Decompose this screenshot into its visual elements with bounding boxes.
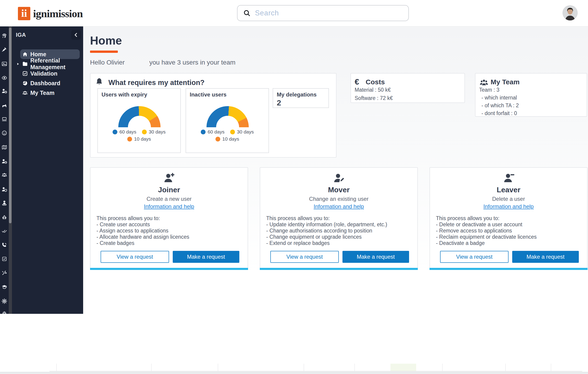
process-bullet: - Delete or deactivate a user account: [436, 222, 522, 228]
view-request-button[interactable]: View a request: [101, 251, 169, 263]
leaver-card: LeaverDelete a userInformation and helpT…: [430, 167, 588, 270]
gauge-legend: 60 days30 days10 days: [98, 129, 180, 142]
fingerprint-icon[interactable]: [1, 33, 7, 39]
top-header: ii ignimission: [0, 0, 588, 26]
user-clock-icon[interactable]: [1, 158, 7, 164]
sidebar-item-label: Home: [30, 51, 46, 58]
brand-logo-mark-text: ii: [21, 7, 27, 19]
sidebar-item-referential-management[interactable]: Referential Management: [20, 59, 80, 69]
gauge-legend: 60 days30 days10 days: [186, 129, 269, 142]
process-bullet: - Change authorisations according to pos…: [266, 228, 372, 234]
sidebar-collapse-button[interactable]: [71, 30, 81, 40]
brand-logo-mark: ii: [18, 7, 30, 20]
card-accent-strip: [260, 268, 418, 270]
user-pin-icon[interactable]: [1, 200, 7, 206]
page-title-underline: [90, 51, 118, 53]
make-request-button[interactable]: Make a request: [173, 251, 239, 263]
my-team-title: My Team: [491, 78, 520, 86]
dog-icon[interactable]: [1, 102, 7, 108]
process-bullet: - Remove access to applications: [436, 228, 512, 234]
graduation-icon[interactable]: [1, 284, 7, 290]
users-with-expiry-gauge: [118, 106, 160, 127]
search-input[interactable]: [254, 9, 408, 17]
process-bullet: - Deactivate a badge: [436, 240, 485, 246]
double-check-icon[interactable]: [1, 228, 7, 234]
process-bullet: - Update identity information (role, dep…: [266, 222, 387, 228]
inactive-users-card: Inactive users60 days30 days10 days: [186, 88, 269, 153]
users-with-expiry-card: Users with expiry60 days30 days10 days: [97, 88, 181, 153]
make-request-button[interactable]: Make a request: [342, 251, 409, 263]
folder-icon: [22, 61, 28, 67]
map-icon[interactable]: [1, 144, 7, 150]
basket-icon[interactable]: [1, 214, 7, 220]
legend-item: 60 days: [201, 129, 225, 135]
joiner-card: JoinerCreate a new userInformation and h…: [90, 167, 248, 270]
process-subtitle: Create a new user: [91, 196, 248, 202]
sidebar-item-my-team[interactable]: My Team: [20, 88, 80, 98]
page-title: Home: [90, 34, 122, 47]
process-bullet: - Change equipment or upgrade licences: [266, 234, 362, 240]
process-bullet: - Allocate hardware and assign licences: [96, 234, 189, 240]
gauge-card-title: Inactive users: [190, 91, 226, 98]
legend-item: 60 days: [113, 129, 136, 135]
process-bullet: - Reclaim equipment or deactivate licenc…: [436, 234, 536, 240]
tools-icon[interactable]: [1, 270, 7, 276]
chevron-left-icon: [73, 32, 79, 38]
costs-material-line: Material : 50 k€: [355, 87, 391, 93]
caret-right-icon[interactable]: [16, 62, 20, 66]
eye-icon[interactable]: [1, 75, 7, 81]
team-line: - of which TA : 2: [482, 102, 519, 109]
my-delegations-value: 2: [277, 98, 281, 107]
pie-icon: [22, 80, 28, 86]
search-bar[interactable]: [237, 5, 409, 21]
phone-icon[interactable]: [1, 242, 7, 248]
app-rail: [0, 26, 9, 314]
costs-title: Costs: [366, 78, 385, 86]
smiley-icon[interactable]: [1, 130, 7, 136]
pen-icon[interactable]: [1, 46, 7, 52]
users-icon: [22, 90, 28, 96]
legend-item: 10 days: [127, 136, 151, 142]
team-icon[interactable]: [1, 172, 7, 178]
view-request-button[interactable]: View a request: [440, 251, 509, 263]
sidebar-item-label: Dashboard: [30, 80, 60, 87]
inactive-users-gauge: [207, 106, 249, 127]
process-bullet: - Assign access to applications: [96, 228, 168, 234]
sidebar-item-label: My Team: [30, 90, 54, 96]
team-count-text: you have 3 users in your team: [149, 59, 235, 66]
process-intro: This process allows you to:: [436, 215, 499, 222]
laptop-icon[interactable]: [1, 116, 7, 122]
search-icon: [243, 9, 251, 17]
user-minus-icon: [502, 172, 515, 184]
process-title: Joiner: [91, 186, 248, 194]
rail-scrollbar-thumb[interactable]: [9, 28, 11, 223]
process-bullet: - Extend or replace badges: [266, 240, 330, 246]
card-accent-strip: [90, 268, 248, 270]
image-icon[interactable]: [1, 61, 7, 67]
user-edit-icon: [333, 172, 345, 184]
process-title: Leaver: [430, 186, 587, 194]
make-request-button[interactable]: Make a request: [512, 251, 579, 263]
gear-icon[interactable]: [1, 298, 7, 304]
sidebar-panel: IGA HomeReferential ManagementValidation…: [12, 26, 83, 314]
my-team-card: My Team Team : 3 - which internal - of w…: [475, 73, 587, 117]
brand-logo[interactable]: ii ignimission: [18, 7, 83, 20]
information-help-link[interactable]: Information and help: [430, 203, 587, 210]
sidebar-item-dashboard[interactable]: Dashboard: [20, 78, 80, 88]
team-line: - which internal: [482, 95, 517, 101]
legend-item: 30 days: [230, 129, 254, 135]
view-request-button[interactable]: View a request: [270, 251, 339, 263]
information-help-link[interactable]: Information and help: [260, 203, 417, 210]
scales-icon[interactable]: [1, 310, 7, 314]
user-avatar[interactable]: [563, 5, 578, 21]
sidebar-item-validation[interactable]: Validation: [20, 69, 80, 78]
task-icon[interactable]: [1, 256, 7, 262]
costs-card: € Costs Material : 50 k€ Software : 72 k…: [350, 73, 465, 103]
user-shield-icon[interactable]: [1, 186, 7, 192]
users-icon: [479, 78, 489, 87]
checkbox-icon: [22, 71, 28, 76]
information-help-link[interactable]: Information and help: [91, 203, 248, 210]
mover-card: MoverChange an existing userInformation …: [260, 167, 418, 270]
user-clock-icon[interactable]: [1, 88, 7, 94]
costs-software-line: Software : 72 k€: [355, 95, 393, 101]
